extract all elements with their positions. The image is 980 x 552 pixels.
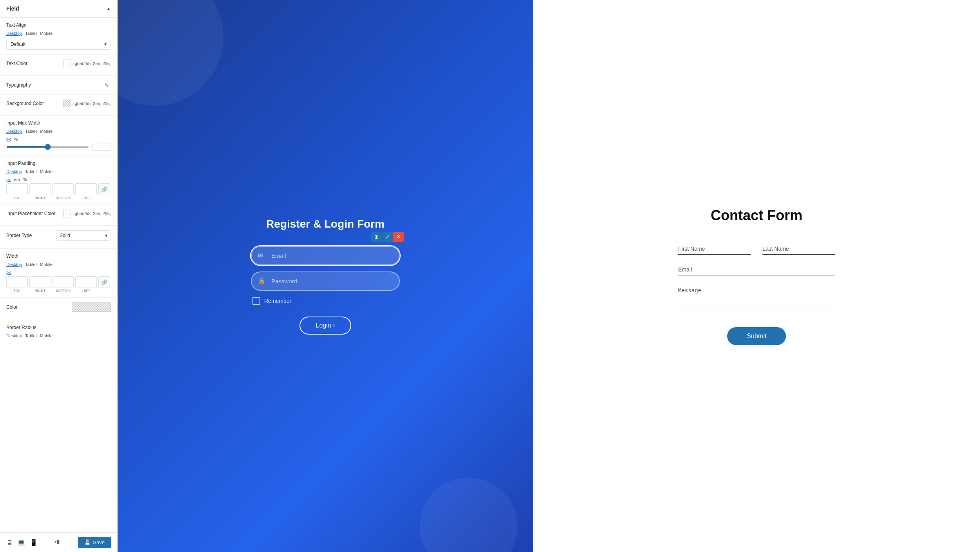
input-max-width-input[interactable]: [92, 143, 111, 151]
save-button[interactable]: 💾 Save: [78, 537, 111, 548]
color-section: Color: [0, 298, 117, 320]
w-tablet-tab[interactable]: Tablet: [25, 262, 36, 267]
input-max-width-section: Input Max Width Desktop Tablet Mobile px…: [0, 116, 117, 156]
ip-left-input[interactable]: [75, 183, 97, 195]
desktop-icon[interactable]: 🖥: [6, 539, 13, 546]
text-align-dropdown[interactable]: Default ▾: [6, 39, 111, 50]
submit-button[interactable]: Submit: [727, 327, 786, 345]
ip-desktop-tab[interactable]: Desktop: [6, 169, 22, 174]
text-align-mobile-tab[interactable]: Mobile: [40, 31, 53, 36]
contact-form: Submit: [678, 243, 835, 345]
background-color-picker[interactable]: rgba(255, 255, 255,: [63, 100, 111, 107]
border-type-dropdown[interactable]: Solid ▾: [56, 230, 111, 241]
input-padding-section: Input Padding Desktop Tablet Mobile px e…: [0, 156, 117, 205]
bottom-bar: 🖥 💻 📱 👁 💾 Save: [0, 532, 117, 552]
panel-header-title: Field: [6, 5, 19, 12]
ip-mobile-tab[interactable]: Mobile: [40, 169, 53, 174]
text-color-section: Text Color rgba(255, 255, 255,: [0, 55, 117, 76]
br-desktop-tab[interactable]: Desktop: [6, 333, 22, 338]
ip-link-button[interactable]: 🔗: [98, 183, 110, 195]
color-swatch[interactable]: [72, 302, 111, 312]
text-align-dropdown-chevron: ▾: [104, 42, 107, 47]
w-right-input[interactable]: [29, 276, 51, 288]
login-btn-text: Login: [316, 322, 331, 329]
login-button[interactable]: Login ›: [299, 317, 352, 335]
w-top-label: TOP: [6, 289, 28, 293]
text-color-picker[interactable]: rgba(255, 255, 255,: [63, 60, 111, 67]
email-input-wrapper: ⊞ ⤢ ✕ ✉: [251, 246, 400, 265]
br-mobile-tab[interactable]: Mobile: [40, 333, 53, 338]
border-radius-label: Border Radius: [6, 325, 36, 330]
imw-tablet-tab[interactable]: Tablet: [25, 129, 36, 134]
email-field: [678, 264, 835, 275]
w-mobile-tab[interactable]: Mobile: [40, 262, 53, 267]
toolbar-resize-button[interactable]: ⤢: [382, 232, 393, 242]
ip-right-input[interactable]: [29, 183, 51, 195]
remember-label: Remember: [264, 298, 291, 304]
text-align-tablet-tab[interactable]: Tablet: [25, 31, 36, 36]
ip-unit-percent[interactable]: %: [23, 177, 27, 182]
w-link-button[interactable]: 🔗: [98, 276, 110, 288]
width-unit-tabs: px: [6, 270, 111, 275]
login-form: ⊞ ⤢ ✕ ✉ 🔒 Remember Login ›: [251, 246, 400, 335]
w-bottom-label: BOTTOM: [53, 289, 74, 293]
input-padding-label: Input Padding: [6, 161, 35, 166]
placeholder-color-swatch[interactable]: [63, 210, 71, 217]
w-left-input[interactable]: [75, 276, 97, 288]
imw-desktop-tab[interactable]: Desktop: [6, 129, 22, 134]
first-name-input[interactable]: [678, 243, 751, 255]
ip-bottom-input[interactable]: [53, 183, 74, 195]
tablet-icon[interactable]: 📱: [30, 539, 38, 546]
w-desktop-tab[interactable]: Desktop: [6, 262, 22, 267]
border-type-label: Border Type: [6, 233, 32, 238]
ip-unit-em[interactable]: em: [14, 177, 20, 182]
ip-top-input[interactable]: [6, 183, 28, 195]
border-radius-section: Border Radius Desktop Tablet Mobile: [0, 320, 117, 346]
name-row: [678, 243, 835, 255]
remember-checkbox[interactable]: [252, 297, 260, 305]
border-radius-device-tabs: Desktop Tablet Mobile: [6, 333, 111, 338]
typography-edit-button[interactable]: ✎: [102, 80, 111, 90]
input-toolbar: ⊞ ⤢ ✕: [371, 232, 404, 242]
input-max-width-label: Input Max Width: [6, 120, 40, 126]
placeholder-color-picker[interactable]: rgba(255, 255, 255,: [63, 210, 111, 217]
imw-unit-percent[interactable]: %: [14, 137, 18, 141]
placeholder-color-label: Input Placeholder Color: [6, 211, 55, 216]
border-type-value: Solid: [60, 233, 70, 238]
background-color-section: Background Color rgba(255, 255, 255,: [0, 95, 117, 116]
width-label: Width: [6, 253, 18, 259]
typography-section: Typography ✎: [0, 76, 117, 95]
submit-label: Submit: [747, 333, 766, 339]
text-color-swatch[interactable]: [63, 60, 71, 67]
input-max-width-slider[interactable]: [6, 146, 89, 148]
preview-icon[interactable]: 👁: [55, 539, 61, 546]
email-input[interactable]: [251, 246, 400, 265]
imw-mobile-tab[interactable]: Mobile: [40, 129, 53, 134]
ip-unit-px[interactable]: px: [6, 177, 11, 182]
border-type-section: Border Type Solid ▾: [0, 226, 117, 249]
br-tablet-tab[interactable]: Tablet: [25, 333, 36, 338]
w-bottom-input[interactable]: [53, 276, 74, 288]
color-label: Color: [6, 304, 18, 310]
tablet-landscape-icon[interactable]: 💻: [17, 539, 25, 546]
width-device-tabs: Desktop Tablet Mobile: [6, 262, 111, 267]
panel-collapse-icon[interactable]: ▲: [106, 6, 111, 11]
last-name-input[interactable]: [762, 243, 835, 255]
message-textarea[interactable]: [678, 285, 835, 308]
ip-tablet-tab[interactable]: Tablet: [25, 169, 36, 174]
toolbar-close-button[interactable]: ✕: [393, 232, 404, 242]
imw-unit-px[interactable]: px: [6, 137, 11, 141]
input-padding-labels: TOP RIGHT BOTTOM LEFT: [6, 196, 111, 200]
panel-header: Field ▲: [0, 0, 117, 18]
w-unit-px[interactable]: px: [6, 270, 11, 275]
text-align-device-tabs: Desktop Tablet Mobile: [6, 31, 111, 36]
background-color-label: Background Color: [6, 101, 44, 106]
password-input[interactable]: [251, 271, 400, 291]
placeholder-color-section: Input Placeholder Color rgba(255, 255, 2…: [0, 205, 117, 226]
w-top-input[interactable]: [6, 276, 28, 288]
contact-email-input[interactable]: [678, 264, 835, 275]
save-label: Save: [93, 539, 105, 545]
background-color-swatch[interactable]: [63, 100, 71, 107]
toolbar-grid-button[interactable]: ⊞: [371, 232, 382, 242]
text-align-desktop-tab[interactable]: Desktop: [6, 31, 22, 36]
